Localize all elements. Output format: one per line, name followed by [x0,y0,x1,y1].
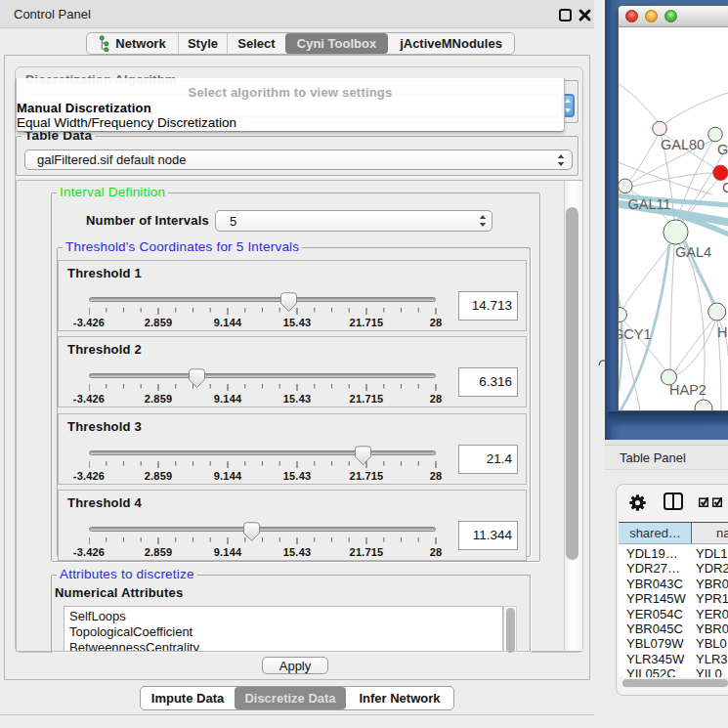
svg-text:GAL4: GAL4 [675,244,711,260]
svg-text:GAL80: GAL80 [661,137,705,152]
svg-text:G.: G. [717,142,728,157]
svg-text:H: H [717,324,727,340]
svg-text:C: C [722,180,728,195]
svg-text:GAL11: GAL11 [628,196,671,212]
svg-text:GCY1: GCY1 [619,326,652,342]
svg-text:HAP2: HAP2 [669,382,707,398]
